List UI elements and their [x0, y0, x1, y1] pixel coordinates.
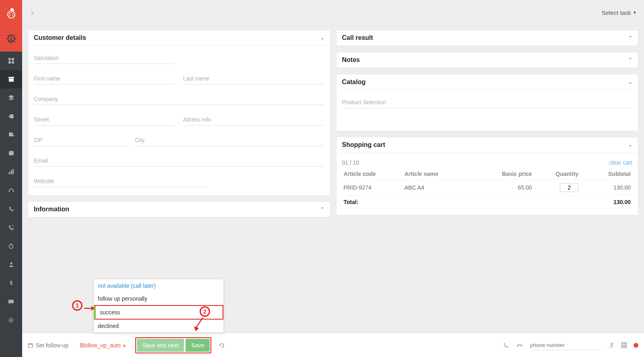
panel-customer-details: Customer details ⌄ [28, 30, 330, 196]
svg-point-68 [625, 345, 627, 346]
dollar-icon: $ [8, 280, 14, 286]
svg-rect-33 [12, 190, 14, 192]
nav-database-out[interactable] [0, 126, 22, 144]
svg-rect-16 [8, 58, 11, 60]
panel-header-notes[interactable]: Notes ⌃ [336, 52, 638, 68]
record-indicator[interactable] [634, 343, 638, 348]
panel-title: Shopping cart [342, 141, 386, 149]
nav-archive[interactable] [0, 70, 22, 89]
topbar: Select task ▼ [22, 0, 644, 26]
quantity-input[interactable] [560, 183, 578, 192]
svg-point-42 [10, 319, 12, 321]
nav-chat[interactable] [0, 292, 22, 311]
task-select-label: Select task [602, 9, 631, 16]
popup-item-not-available[interactable]: not available (call later) [94, 279, 223, 292]
cell-price: 65.00 [481, 180, 534, 196]
svg-point-64 [623, 343, 625, 344]
task-select-dropdown[interactable]: Select task ▼ [602, 9, 637, 16]
th-subtotal: Subtotal [580, 168, 632, 180]
website-input[interactable] [34, 175, 208, 187]
chat-icon [8, 299, 14, 305]
clear-cart-link[interactable]: clear cart [609, 159, 632, 166]
svg-line-50 [12, 318, 13, 319]
gear-person-icon [6, 33, 17, 44]
customer-details-body [28, 46, 330, 195]
phone-hangup-icon[interactable] [516, 343, 524, 348]
layers-icon [8, 95, 14, 101]
zip-input[interactable] [34, 134, 127, 146]
shopping-cart-body: 01 / 10 clear cart Article code Article … [336, 153, 638, 215]
svg-point-1 [9, 13, 10, 14]
svg-line-53 [196, 318, 203, 327]
nav-settings[interactable] [0, 311, 22, 329]
nav-dashboard[interactable] [0, 52, 22, 70]
chevron-down-icon: ⌄ [320, 35, 324, 41]
panel-header-customer-details[interactable]: Customer details ⌄ [28, 30, 330, 46]
nav-phone[interactable] [0, 200, 22, 218]
archive-icon [8, 76, 14, 83]
svg-rect-29 [9, 172, 10, 174]
breadcrumb-arrow-icon[interactable] [29, 10, 35, 16]
svg-point-71 [625, 347, 627, 348]
company-input[interactable] [34, 93, 324, 105]
caret-up-icon: ▲ [122, 343, 126, 347]
nav-stats[interactable] [0, 163, 22, 181]
phone-dial-icon[interactable] [503, 342, 509, 349]
panel-header-shopping-cart[interactable]: Shopping cart ⌄ [336, 137, 638, 153]
stopwatch-icon [8, 243, 14, 249]
svg-line-49 [9, 321, 10, 322]
svg-marker-23 [8, 97, 14, 101]
nav-money[interactable]: $ [0, 274, 22, 292]
nav-stopwatch[interactable] [0, 237, 22, 255]
svg-point-70 [623, 347, 625, 348]
nav-database[interactable] [0, 144, 22, 163]
save-and-next-button[interactable]: Save and next [137, 339, 184, 352]
panel-header-catalog[interactable]: Catalog ⌄ [336, 74, 638, 90]
svg-point-65 [625, 343, 627, 344]
panel-header-information[interactable]: Information ⌃ [28, 202, 330, 217]
nav-layers[interactable] [0, 89, 22, 107]
phone-callback-icon [8, 225, 14, 231]
svg-rect-20 [8, 77, 14, 78]
first-name-input[interactable] [34, 73, 175, 85]
popup-item-follow-up[interactable]: follow up personally [94, 292, 223, 305]
nav-user[interactable] [0, 255, 22, 274]
dialpad-icon[interactable] [621, 342, 627, 348]
panel-call-result: Call result ⌃ [336, 30, 639, 46]
panel-information: Information ⌃ [28, 201, 330, 218]
address-info-input[interactable] [183, 114, 324, 126]
last-name-input[interactable] [183, 73, 324, 85]
city-input[interactable] [135, 134, 324, 146]
chevron-up-icon: ⌃ [628, 35, 632, 41]
svg-point-15 [10, 37, 12, 39]
annotation-arrow-1 [83, 304, 95, 313]
gear-icon [8, 317, 14, 323]
sidebar-brand-block [0, 0, 22, 52]
email-input[interactable] [34, 155, 324, 167]
panel-header-call-result[interactable]: Call result ⌃ [336, 30, 638, 46]
chevron-down-icon: ⌄ [628, 142, 632, 148]
followup-auto-dropdown[interactable]: $follow_up_auto ▲ [80, 342, 126, 349]
cart-total-row: Total: 130.00 [342, 196, 633, 209]
salutation-input[interactable] [34, 52, 173, 64]
annotation-circle-1: 1 [72, 300, 83, 311]
svg-point-4 [12, 15, 13, 17]
set-followup-link[interactable]: Set follow-up [28, 342, 68, 349]
chevron-up-icon: ⌃ [628, 57, 632, 63]
svg-point-5 [10, 12, 12, 13]
product-selection-input[interactable] [342, 97, 633, 108]
nav-coins[interactable] [0, 107, 22, 126]
street-input[interactable] [34, 114, 175, 126]
right-column: Call result ⌃ Notes ⌃ Catalog ⌄ [336, 30, 639, 215]
save-button[interactable]: Save [186, 339, 210, 352]
nav-headset[interactable] [0, 181, 22, 200]
cart-table: Article code Article name Basic price Qu… [342, 168, 633, 208]
footer-right-tools [503, 340, 638, 350]
undo-icon [219, 342, 225, 349]
left-column: Customer details ⌄ [28, 30, 330, 218]
mic-mute-icon[interactable] [609, 342, 615, 349]
undo-button[interactable] [219, 342, 225, 349]
svg-line-11 [8, 35, 9, 36]
phone-number-input[interactable] [530, 340, 603, 350]
nav-phone-callback[interactable] [0, 218, 22, 237]
